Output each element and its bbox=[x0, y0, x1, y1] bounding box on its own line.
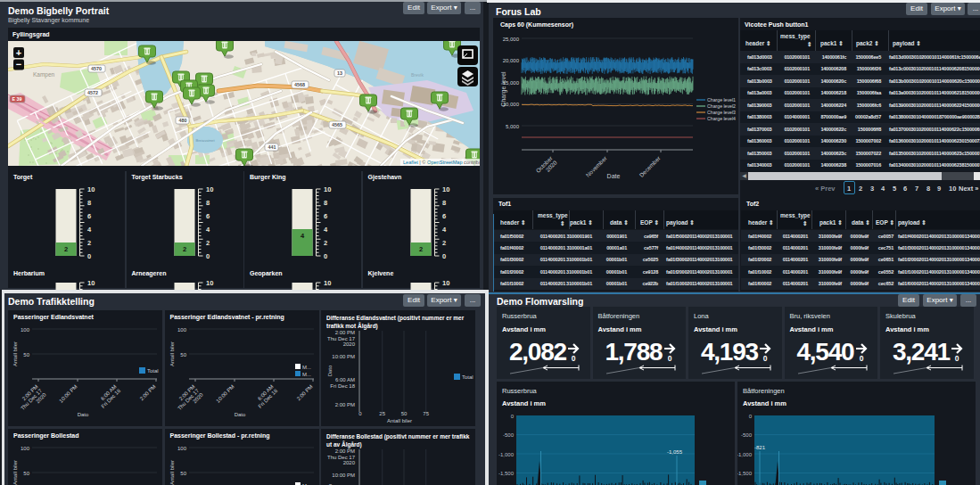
svg-text:480: 480 bbox=[179, 118, 187, 123]
svg-text:Antall biler: Antall biler bbox=[169, 460, 175, 485]
svg-text:4: 4 bbox=[324, 226, 328, 234]
svg-text:-1,500: -1,500 bbox=[737, 471, 753, 476]
svg-text:0: 0 bbox=[572, 354, 576, 363]
svg-text:0: 0 bbox=[442, 252, 446, 260]
svg-text:Fri Dec 18: Fri Dec 18 bbox=[330, 383, 355, 389]
svg-text:0: 0 bbox=[511, 414, 515, 419]
svg-text:0: 0 bbox=[324, 252, 327, 260]
svg-text:100: 100 bbox=[21, 446, 30, 451]
svg-text:Total: Total bbox=[462, 374, 474, 380]
svg-text:2: 2 bbox=[87, 239, 91, 247]
svg-text:Charge level3: Charge level3 bbox=[707, 110, 736, 115]
svg-text:0: 0 bbox=[859, 354, 863, 363]
svg-text:100: 100 bbox=[21, 327, 30, 333]
svg-text:Antall biler: Antall biler bbox=[387, 418, 412, 423]
svg-text:8: 8 bbox=[206, 199, 210, 207]
svg-text:Dato: Dato bbox=[327, 365, 333, 376]
svg-text:M...: M... bbox=[302, 365, 311, 370]
svg-text:2:00 PM: 2:00 PM bbox=[139, 383, 157, 401]
svg-text:50: 50 bbox=[23, 352, 29, 358]
svg-text:Kampen: Kampen bbox=[33, 71, 55, 78]
svg-text:Charge level: Charge level bbox=[500, 71, 507, 107]
svg-text:Total: Total bbox=[147, 368, 159, 374]
svg-text:2: 2 bbox=[206, 239, 210, 247]
svg-text:Antall biler: Antall biler bbox=[169, 341, 175, 366]
svg-text:75: 75 bbox=[423, 411, 429, 416]
svg-text:2: 2 bbox=[442, 239, 446, 247]
svg-text:8: 8 bbox=[324, 199, 327, 207]
svg-text:8: 8 bbox=[442, 199, 446, 207]
svg-text:6:00 AM: 6:00 AM bbox=[335, 377, 355, 382]
svg-text:4: 4 bbox=[206, 226, 210, 234]
svg-text:10: 10 bbox=[442, 279, 449, 287]
svg-text:2020: 2020 bbox=[343, 460, 356, 465]
svg-text:10: 10 bbox=[206, 185, 213, 193]
svg-text:8: 8 bbox=[87, 199, 91, 207]
svg-text:10:00 PM: 10:00 PM bbox=[58, 383, 78, 403]
svg-text:5,000: 5,000 bbox=[506, 124, 520, 129]
svg-text:10:00 PM: 10:00 PM bbox=[215, 383, 235, 403]
svg-text:Date: Date bbox=[607, 173, 621, 179]
svg-text:-1,000: -1,000 bbox=[737, 452, 753, 457]
svg-text:Dato: Dato bbox=[78, 412, 89, 417]
svg-text:6: 6 bbox=[324, 212, 327, 220]
svg-text:10:00 PM: 10:00 PM bbox=[332, 354, 355, 359]
svg-text:-821: -821 bbox=[754, 445, 766, 450]
svg-text:50: 50 bbox=[180, 471, 186, 476]
svg-text:100: 100 bbox=[177, 446, 186, 451]
svg-text:-500: -500 bbox=[503, 432, 515, 438]
svg-text:2:00 PM: 2:00 PM bbox=[295, 383, 313, 401]
svg-text:E 39: E 39 bbox=[12, 96, 21, 102]
svg-text:0: 0 bbox=[763, 354, 768, 363]
svg-text:6: 6 bbox=[206, 212, 210, 220]
svg-text:Antall biler: Antall biler bbox=[12, 460, 18, 485]
svg-text:2: 2 bbox=[418, 245, 422, 253]
svg-text:0: 0 bbox=[955, 354, 959, 363]
svg-text:Charge level1: Charge level1 bbox=[707, 97, 736, 103]
svg-text:December: December bbox=[638, 154, 663, 178]
svg-text:441: 441 bbox=[268, 144, 276, 150]
svg-text:6: 6 bbox=[442, 212, 446, 220]
svg-text:4565: 4565 bbox=[332, 122, 342, 127]
svg-text:4: 4 bbox=[442, 226, 447, 234]
svg-text:Thu Dec 17: Thu Dec 17 bbox=[327, 336, 356, 341]
svg-text:Brevik: Brevik bbox=[411, 72, 424, 78]
svg-text:-1,000: -1,000 bbox=[498, 452, 515, 457]
svg-text:2020: 2020 bbox=[343, 341, 356, 347]
svg-text:0: 0 bbox=[749, 414, 753, 419]
svg-text:100: 100 bbox=[177, 327, 186, 333]
svg-text:Leaflet | © OpenStreetMap cont: Leaflet | © OpenStreetMap contributors bbox=[403, 160, 480, 165]
svg-text:2: 2 bbox=[324, 239, 327, 247]
svg-text:4568: 4568 bbox=[294, 82, 305, 87]
svg-text:-1,500: -1,500 bbox=[498, 471, 515, 476]
svg-text:6: 6 bbox=[87, 212, 91, 220]
svg-text:−: − bbox=[16, 59, 21, 70]
svg-text:25: 25 bbox=[379, 411, 385, 416]
svg-text:10: 10 bbox=[324, 185, 331, 193]
svg-text:10: 10 bbox=[87, 185, 95, 193]
svg-text:50: 50 bbox=[401, 411, 408, 416]
svg-text:4570: 4570 bbox=[91, 66, 102, 71]
svg-text:10:00 PM: 10:00 PM bbox=[332, 473, 355, 478]
svg-text:-500: -500 bbox=[741, 432, 753, 438]
svg-text:Charge level4: Charge level4 bbox=[707, 116, 736, 121]
svg-text:2: 2 bbox=[182, 245, 185, 253]
svg-text:20,000: 20,000 bbox=[503, 58, 520, 63]
svg-text:Breiavatnet: Breiavatnet bbox=[195, 138, 215, 143]
svg-text:Antall biler: Antall biler bbox=[12, 341, 18, 366]
svg-text:10: 10 bbox=[206, 279, 213, 287]
svg-text:25,000: 25,000 bbox=[503, 37, 520, 42]
svg-text:13: 13 bbox=[337, 70, 342, 76]
svg-text:+: + bbox=[16, 47, 21, 58]
svg-text:0: 0 bbox=[206, 252, 210, 260]
svg-text:50: 50 bbox=[23, 471, 29, 476]
svg-text:Charge level2: Charge level2 bbox=[707, 103, 736, 109]
svg-text:2:00 PM: 2:00 PM bbox=[335, 448, 355, 454]
svg-text:50: 50 bbox=[180, 352, 186, 358]
svg-text:4: 4 bbox=[87, 226, 92, 234]
svg-text:10: 10 bbox=[442, 185, 449, 193]
svg-text:4572: 4572 bbox=[87, 90, 98, 95]
svg-text:M...: M... bbox=[302, 372, 311, 377]
svg-text:Dato: Dato bbox=[234, 412, 245, 417]
svg-text:0: 0 bbox=[358, 411, 362, 416]
